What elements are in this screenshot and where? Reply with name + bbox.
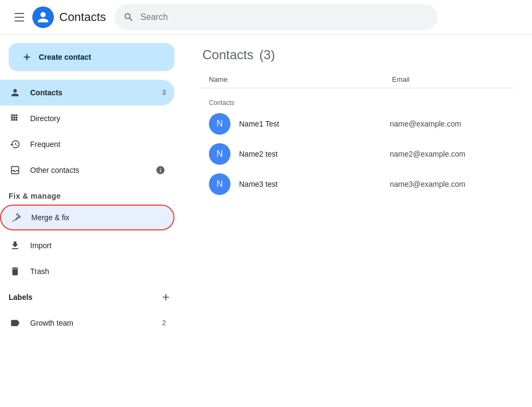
search-bar[interactable] — [115, 4, 438, 30]
create-contact-button[interactable]: Create contact — [9, 43, 174, 71]
other-contacts-nav-icon — [9, 164, 22, 177]
sidebar-item-merge-fix[interactable]: Merge & fix — [0, 205, 174, 230]
contacts-count: (3) — [259, 47, 275, 62]
contact-name: Name2 test — [239, 150, 390, 158]
main-layout: Create contact Contacts 3 Directory — [0, 34, 532, 407]
sidebar: Create contact Contacts 3 Directory — [0, 34, 183, 407]
search-icon — [123, 12, 134, 23]
contact-name: Name3 test — [239, 180, 390, 188]
app-logo: Contacts — [32, 6, 106, 28]
import-nav-label: Import — [30, 241, 166, 250]
contacts-section-label: Contacts — [200, 93, 515, 109]
wrench-icon — [11, 212, 22, 223]
merge-fix-icon — [10, 211, 23, 224]
table-header: Name Email — [200, 75, 515, 88]
growth-team-label: Growth team — [30, 319, 162, 327]
contacts-nav-label: Contacts — [30, 88, 162, 97]
other-contacts-nav-label: Other contacts — [30, 166, 155, 174]
download-icon — [10, 240, 20, 251]
contact-name: Name1 Test — [239, 120, 390, 128]
logo-avatar — [32, 6, 54, 28]
person-icon — [10, 87, 20, 98]
sidebar-item-growth-team[interactable]: Growth team 2 — [0, 310, 174, 336]
grid-icon — [10, 113, 20, 124]
trash-nav-label: Trash — [30, 267, 166, 276]
labels-section-header: Labels — [0, 284, 183, 310]
plus-icon — [22, 52, 32, 62]
contacts-nav-badge: 3 — [162, 89, 166, 96]
avatar: N — [209, 173, 230, 195]
other-contacts-info[interactable] — [155, 165, 166, 176]
contacts-nav-icon — [9, 86, 22, 99]
frequent-nav-icon — [9, 138, 22, 151]
sidebar-item-import[interactable]: Import — [0, 233, 174, 258]
label-icon — [9, 317, 22, 329]
history-icon — [10, 139, 20, 150]
app-header: Contacts — [0, 0, 532, 34]
sidebar-item-directory[interactable]: Directory — [0, 106, 174, 131]
inbox-icon — [10, 165, 20, 176]
create-contact-label: Create contact — [39, 53, 91, 61]
sidebar-item-frequent[interactable]: Frequent — [0, 131, 174, 157]
contacts-logo-icon — [37, 11, 50, 24]
delete-icon — [10, 266, 20, 277]
col-email-header: Email — [392, 75, 506, 83]
menu-button[interactable] — [9, 6, 30, 28]
contact-row[interactable]: N Name2 test name2@example.com — [200, 139, 515, 169]
app-title: Contacts — [59, 10, 106, 24]
sidebar-item-other-contacts[interactable]: Other contacts — [0, 157, 174, 183]
avatar: N — [209, 113, 230, 135]
avatar: N — [209, 143, 230, 165]
contact-row[interactable]: N Name1 Test name@example.com — [200, 109, 515, 139]
directory-nav-label: Directory — [30, 114, 166, 123]
merge-fix-nav-label: Merge & fix — [31, 213, 165, 222]
frequent-nav-label: Frequent — [30, 140, 166, 149]
contact-email: name3@example.com — [390, 180, 506, 188]
info-icon — [156, 165, 165, 175]
labels-section-title: Labels — [9, 293, 157, 301]
contact-email: name@example.com — [390, 120, 506, 128]
sidebar-item-trash[interactable]: Trash — [0, 258, 174, 284]
col-name-header: Name — [209, 75, 392, 83]
add-icon — [160, 292, 171, 303]
import-icon — [9, 239, 22, 252]
directory-nav-icon — [9, 112, 22, 125]
sidebar-item-contacts[interactable]: Contacts 3 — [0, 80, 174, 106]
fix-manage-section-label: Fix & manage — [0, 183, 183, 202]
contact-email: name2@example.com — [390, 150, 506, 158]
growth-team-badge: 2 — [162, 319, 166, 327]
contact-row[interactable]: N Name3 test name3@example.com — [200, 169, 515, 199]
main-content: Contacts (3) Name Email Contacts N Name1… — [183, 34, 532, 407]
tag-icon — [10, 318, 20, 328]
add-label-button[interactable] — [157, 289, 174, 306]
content-title: Contacts (3) — [200, 47, 515, 62]
search-input[interactable] — [141, 12, 429, 22]
trash-icon — [9, 265, 22, 278]
